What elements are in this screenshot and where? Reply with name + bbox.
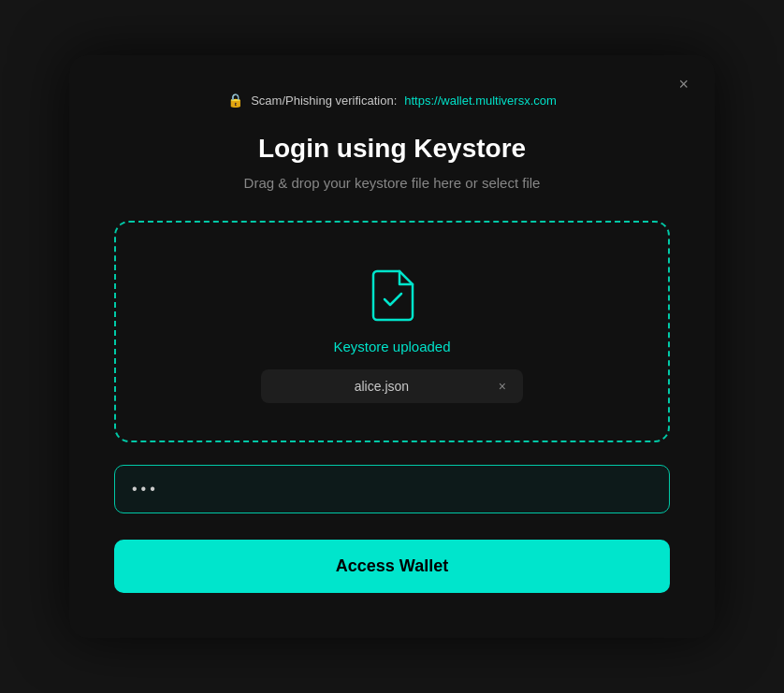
close-button[interactable]: × [671,72,696,96]
file-badge: alice.json × [261,369,523,403]
phishing-link[interactable]: https://wallet.multiversx.com [404,94,557,108]
dropzone[interactable]: Keystore uploaded alice.json × [114,221,670,442]
password-input[interactable] [114,465,670,513]
file-remove-button[interactable]: × [497,380,508,393]
keystore-status-label: Keystore uploaded [333,339,450,354]
keystore-file-icon [364,267,420,324]
modal-title: Login using Keystore [114,134,670,164]
modal-overlay: × 🔒 Scam/Phishing verification: https://… [0,0,784,693]
modal-subtitle: Drag & drop your keystore file here or s… [114,175,670,191]
phishing-prefix: Scam/Phishing verification: [251,94,397,108]
file-name: alice.json [276,379,487,394]
modal-container: × 🔒 Scam/Phishing verification: https://… [69,55,715,638]
phishing-bar: 🔒 Scam/Phishing verification: https://wa… [114,93,670,108]
access-wallet-button[interactable]: Access Wallet [114,540,670,593]
lock-icon: 🔒 [227,93,243,108]
